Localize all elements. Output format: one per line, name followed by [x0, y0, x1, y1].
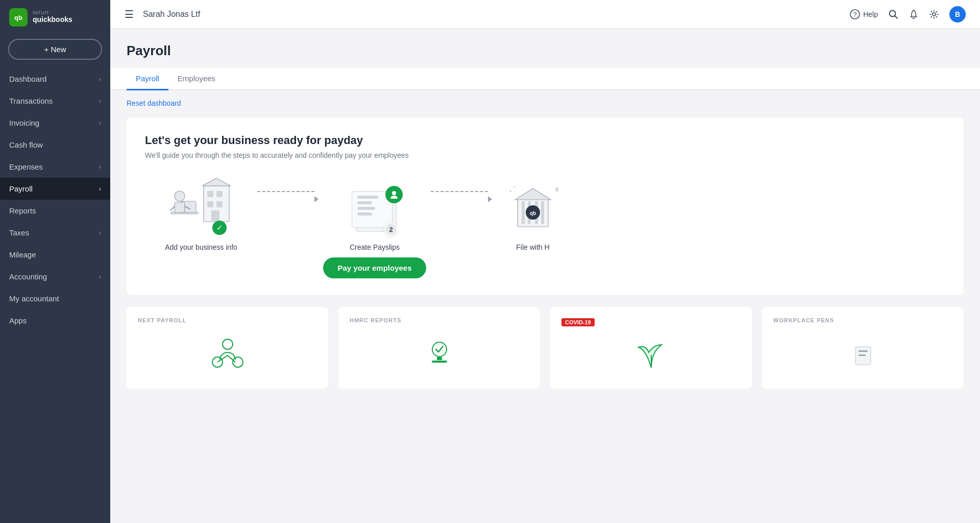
help-button[interactable]: ? Help	[850, 9, 878, 19]
svg-point-27	[509, 190, 511, 192]
chevron-right-icon: ›	[99, 76, 101, 83]
step2-illustration: 2	[344, 176, 405, 237]
covid-icon	[561, 335, 741, 375]
setup-heading: Let's get your business ready for payday	[145, 134, 945, 147]
svg-rect-36	[437, 357, 442, 360]
svg-marker-26	[515, 188, 551, 200]
sidebar-item-transactions[interactable]: Transactions ›	[0, 90, 110, 112]
svg-rect-16	[207, 201, 213, 207]
step3-label: File with H	[516, 243, 549, 251]
svg-rect-17	[216, 201, 223, 207]
sidebar-item-label: Apps	[9, 316, 27, 325]
next-payroll-icon	[138, 331, 317, 372]
sidebar-item-reports[interactable]: Reports	[0, 200, 110, 222]
chevron-right-icon: ›	[99, 273, 101, 280]
workplace-pens-label: WORKPLACE PENS	[773, 317, 952, 323]
next-payroll-card: NEXT PAYROLL	[127, 307, 328, 389]
sidebar-item-label: Transactions	[9, 97, 53, 105]
svg-point-6	[933, 13, 936, 16]
main-content: ☰ Sarah Jonas Ltf ? Help	[110, 0, 980, 523]
bank-icon: ✱ qb	[507, 181, 558, 232]
sidebar-item-label: Payroll	[9, 184, 33, 193]
step2-label: Create Payslips	[350, 243, 400, 251]
page-content: Payroll Payroll Employees Reset dashboar…	[110, 29, 980, 523]
sidebar-item-my-accountant[interactable]: My accountant	[0, 288, 110, 310]
sidebar-item-label: My accountant	[9, 294, 59, 303]
notifications-button[interactable]	[909, 9, 919, 19]
svg-text:✱: ✱	[554, 185, 558, 194]
tab-payroll[interactable]: Payroll	[127, 68, 168, 90]
chevron-right-icon: ›	[99, 98, 101, 105]
step1-label: Add your business info	[165, 243, 237, 251]
quickbooks-logo-icon: qb	[9, 8, 28, 27]
hamburger-button[interactable]: ☰	[125, 8, 134, 20]
svg-point-20	[392, 191, 396, 195]
pay-employees-button[interactable]: Pay your employees	[323, 257, 426, 278]
sidebar-item-mileage[interactable]: Mileage	[0, 244, 110, 266]
chevron-right-icon: ›	[99, 185, 101, 193]
payslip-person-icon	[385, 186, 403, 203]
settings-button[interactable]	[929, 9, 939, 19]
step3-illustration: ✱ qb	[502, 176, 564, 237]
sidebar-logo: qb intuit quickbooks	[0, 0, 110, 35]
step-connector-2	[431, 206, 492, 207]
sidebar-item-label: Reports	[9, 206, 36, 215]
setup-subheading: We'll guide you through the steps to acc…	[145, 151, 945, 159]
chevron-right-icon: ›	[99, 229, 101, 236]
svg-rect-15	[216, 191, 223, 197]
logo-quickbooks: quickbooks	[33, 16, 72, 23]
page-title: Payroll	[127, 43, 964, 59]
sidebar-item-expenses[interactable]: Expenses ›	[0, 156, 110, 178]
tab-employees[interactable]: Employees	[168, 68, 225, 90]
svg-rect-37	[432, 361, 447, 363]
step1-check-icon: ✓	[212, 221, 227, 235]
sidebar-nav: Dashboard › Transactions › Invoicing › C…	[0, 68, 110, 523]
steps-row: ✓ Add your business info	[145, 176, 945, 278]
svg-line-5	[895, 16, 897, 18]
sidebar-item-label: Dashboard	[9, 75, 46, 83]
reset-dashboard-link[interactable]: Reset dashboard	[127, 99, 181, 107]
step-2: 2 Create Payslips Pay your employees	[318, 176, 431, 278]
help-icon: ?	[850, 9, 860, 19]
sidebar-item-cashflow[interactable]: Cash flow	[0, 134, 110, 156]
step-connector-1	[257, 206, 318, 207]
chevron-right-icon: ›	[99, 120, 101, 127]
workplace-pens-card: WORKPLACE PENS	[762, 307, 964, 389]
sidebar-item-dashboard[interactable]: Dashboard ›	[0, 68, 110, 90]
new-button[interactable]: + New	[8, 39, 102, 60]
sidebar-item-taxes[interactable]: Taxes ›	[0, 222, 110, 244]
company-name: Sarah Jonas Ltf	[143, 10, 200, 19]
sidebar-item-invoicing[interactable]: Invoicing ›	[0, 112, 110, 134]
avatar[interactable]: B	[949, 6, 966, 22]
step-1: ✓ Add your business info	[145, 176, 257, 257]
svg-point-32	[223, 339, 233, 349]
sidebar-item-label: Cash flow	[9, 140, 43, 149]
svg-rect-10	[175, 202, 185, 212]
search-icon	[888, 9, 898, 19]
header-left: ☰ Sarah Jonas Ltf	[125, 8, 200, 20]
bottom-cards: NEXT PAYROLL HMRC REPORTS	[127, 307, 964, 389]
sidebar-item-apps[interactable]: Apps	[0, 310, 110, 331]
svg-marker-19	[202, 178, 231, 186]
svg-text:qb: qb	[14, 14, 22, 21]
svg-text:qb: qb	[530, 210, 536, 216]
step-3: ✱ qb File with H	[492, 176, 574, 257]
sidebar-item-accounting[interactable]: Accounting ›	[0, 266, 110, 288]
svg-rect-14	[207, 191, 213, 197]
sidebar-item-payroll[interactable]: Payroll ›	[0, 178, 110, 200]
svg-point-28	[514, 186, 516, 188]
svg-point-35	[432, 342, 447, 356]
sidebar-item-label: Invoicing	[9, 118, 39, 127]
header-right: ? Help B	[850, 6, 966, 22]
search-button[interactable]	[888, 9, 898, 19]
step2-badge: 2	[384, 223, 398, 236]
logo-text: intuit quickbooks	[33, 11, 72, 23]
bell-icon	[909, 9, 919, 19]
covid-card: COVID-19	[550, 307, 752, 389]
svg-rect-41	[859, 354, 866, 356]
sidebar-item-label: Mileage	[9, 250, 36, 259]
hamburger-icon: ☰	[125, 8, 134, 20]
payroll-setup-card: Let's get your business ready for payday…	[127, 117, 964, 295]
svg-point-34	[233, 357, 243, 367]
gear-icon	[929, 9, 939, 19]
